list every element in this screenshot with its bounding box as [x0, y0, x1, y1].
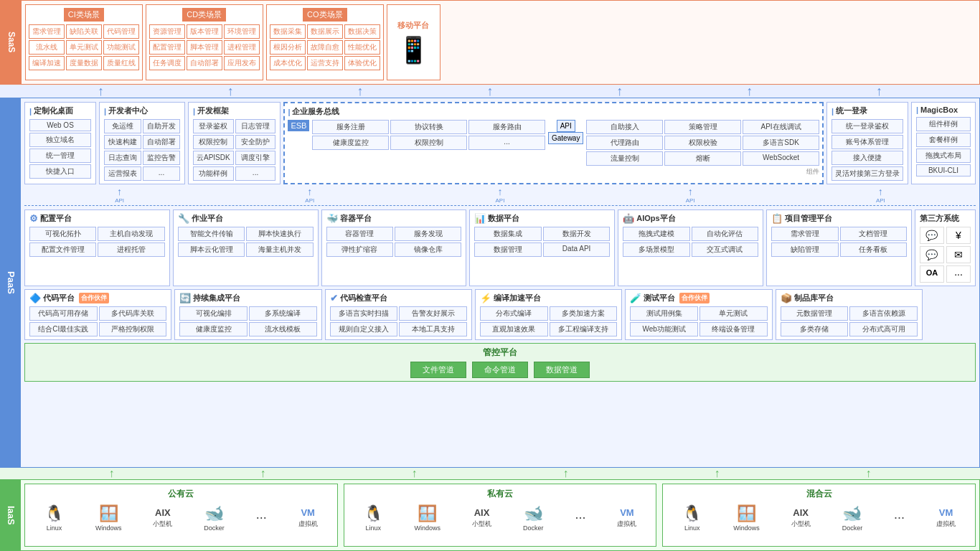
- arrow-1: ↑: [98, 84, 104, 99]
- aix-text-hyb: AIX: [793, 507, 809, 518]
- iaas-content: 公有云 🐧 Linux 🪟 Windows AIX 小型机: [21, 480, 979, 550]
- aiops-platform-title: 🤖 AIOps平台: [623, 213, 758, 224]
- mgmt-title: 管控平台: [28, 347, 972, 359]
- container-item-2: 服务发现: [395, 227, 461, 241]
- product-item-1: 元数据管理: [781, 306, 849, 321]
- vm-icon-hyb: VM 虚拟机: [936, 507, 956, 529]
- third-party-icons: 💬 ¥ 💬 ✉ OA ···: [920, 227, 971, 283]
- aiops-platform: 🤖 AIOps平台 拖拽式建模 自动化评估 多场景模型 交互式调试: [618, 209, 763, 286]
- test-partner-badge: 合作伙伴: [679, 293, 710, 303]
- data-icon: 📊: [474, 213, 486, 224]
- aix-text-pri: AIX: [474, 507, 490, 518]
- cd-item-4: 配置管理: [149, 40, 185, 55]
- compile-item-4: 多工程编译支持: [550, 322, 618, 336]
- more-dots-pub: ···: [256, 510, 267, 525]
- project-item-1: 需求管理: [771, 227, 838, 241]
- product-item-2: 多语言依赖源: [849, 306, 918, 321]
- saas-content: CI类场景 需求管理 缺陷关联 代码管理 流水线 单元测试 功能测试 编译加速 …: [22, 1, 979, 84]
- iaas-arrow-4: ↑: [563, 467, 569, 480]
- unify-item-2: 账号体系管理: [831, 135, 903, 149]
- esb-left-grid: 服务注册 协议转换 服务路由 健康度监控 权限控制 ...: [312, 120, 545, 150]
- code-check-platform: ✔ 代码检查平台 多语言实时扫描 告警友好展示 规则自定义接入 本地工具支持: [325, 289, 472, 340]
- mid-section-2: 🔷 代码平台 合作伙伴 代码高可用存储 多代码库关联 结合CI最佳实践 严格控制…: [24, 289, 976, 340]
- co-item-5: 故障自愈: [307, 40, 343, 55]
- test-icon: 🧪: [630, 293, 641, 303]
- arrow-4: ↑: [486, 84, 493, 99]
- compile-platform: ⚡ 编译加速平台 分布式编译 多类加速方案 直观加速效果 多工程编译支持: [475, 289, 622, 340]
- job-platform-title: 🔧 作业平台: [178, 213, 314, 224]
- paas-content: 定制化桌面 Web OS 独立域名 统一管理 快捷入口 开发者中心 免运维 自助…: [21, 98, 979, 467]
- code-platform-items: 代码高可用存储 多代码库关联 结合CI最佳实践 严格控制权限: [29, 306, 166, 336]
- cd-scenario-grid: 资源管理 版本管理 环境管理 配置管理 脚本管理 进程管理 任务调度 自动部署 …: [149, 24, 260, 70]
- more-icon-hyb: ···: [894, 510, 905, 527]
- linux-penguin-hyb: 🐧: [682, 504, 702, 523]
- ci-platform-title: 🔄 持续集成平台: [179, 293, 316, 303]
- api-gateway-section: API Gateway: [548, 120, 583, 144]
- config-item-1: 可视化拓扑: [29, 227, 96, 241]
- windows-win-pri: 🪟: [418, 504, 437, 523]
- project-platform: 📋 项目管理平台 需求管理 文档管理 缺陷管理 任务看板: [766, 209, 912, 286]
- project-item-3: 缺陷管理: [771, 242, 838, 257]
- aix-icon-hyb: AIX 小型机: [791, 507, 811, 529]
- saas-layer: SaaS CI类场景 需求管理 缺陷关联 代码管理 流水线 单元测试 功能测试 …: [0, 0, 980, 85]
- job-platform: 🔧 作业平台 智能文件传输 脚本快速执行 脚本云化管理 海量主机并发: [173, 209, 319, 286]
- code-item-4: 严格控制权限: [99, 322, 167, 336]
- ci-scenario-label: CI类场景: [64, 8, 104, 22]
- code-check-items: 多语言实时扫描 告警友好展示 规则自定义接入 本地工具支持: [330, 306, 467, 336]
- config-item-2: 主机自动发现: [98, 227, 164, 241]
- esb-item-5: 权限控制: [390, 136, 467, 150]
- dev-center-item-1: 免运维: [104, 119, 141, 133]
- framework-item-1: 登录鉴权: [193, 119, 234, 133]
- ci-item-5: 单元测试: [66, 40, 102, 55]
- config-platform-items: 可视化拓扑 主机自动发现 配置文件管理 进程托管: [29, 227, 165, 257]
- hybrid-cloud: 混合云 🐧 Linux 🪟 Windows AIX 小型机: [662, 484, 976, 547]
- unify-login-title: 统一登录: [831, 105, 903, 116]
- test-item-4: 终端设备管理: [699, 322, 768, 336]
- esb-right-grid: 自助接入 策略管理 API在线调试 代理路由 权限校验 多语言SDK 流量控制 …: [586, 120, 819, 166]
- ci-plat-item-1: 可视化编排: [179, 306, 248, 321]
- cd-scenario-label: CD类场景: [182, 8, 226, 22]
- cc-item-4: 本地工具支持: [399, 322, 467, 336]
- ci-platform: 🔄 持续集成平台 可视化编排 多系统编译 健康度监控 流水线模板: [174, 289, 321, 340]
- framework-item-4: 安全防护: [235, 135, 276, 149]
- dev-center-title: 开发者中心: [104, 105, 180, 116]
- test-platform: 🧪 测试平台 合作伙伴 测试用例集 单元测试 Web功能测试 终端设备管理: [625, 289, 772, 340]
- dev-framework: 开发框架 登录鉴权 日志管理 权限控制 安全防护 云APISDK 调度引擎 功能…: [188, 102, 281, 184]
- windows-win-hyb: 🪟: [737, 504, 756, 523]
- vm-text-hyb: VM: [939, 507, 953, 518]
- placeholder: [925, 289, 976, 340]
- customized-desktop-title: 定制化桌面: [29, 105, 91, 116]
- cd-item-9: 应用发布: [224, 56, 260, 70]
- cc-item-1: 多语言实时扫描: [330, 306, 398, 321]
- arrow-7: ↑: [876, 84, 882, 99]
- dev-center-item-6: 监控告警: [143, 151, 180, 165]
- iaas-layer: IaaS 公有云 🐧 Linux 🪟 Windows AIX: [0, 479, 980, 551]
- docker-whale-hyb: 🐋: [842, 504, 862, 523]
- dev-center: 开发者中心 免运维 自助开发 快速构建 自动部署 日志查询 监控告警 运营报表 …: [99, 102, 185, 184]
- api-arrow-5: ↑ API: [876, 186, 885, 204]
- arrow-5: ↑: [616, 84, 623, 99]
- private-cloud-title: 私有云: [348, 488, 653, 500]
- docker-icon-pri: 🐋 Docker: [523, 504, 544, 532]
- paas-iaas-arrows: ↑ ↑ ↑ ↑ ↑ ↑: [0, 468, 980, 479]
- arrow-2: ↑: [227, 84, 234, 99]
- test-platform-title: 🧪 测试平台 合作伙伴: [630, 293, 767, 303]
- ci-item-7: 编译加速: [29, 56, 65, 70]
- tp-yuan-icon: ¥: [946, 227, 971, 244]
- framework-item-2: 日志管理: [235, 119, 276, 133]
- ci-platform-items: 可视化编排 多系统编译 健康度监控 流水线模板: [179, 306, 316, 336]
- data-item-3: 数据管理: [474, 242, 541, 257]
- job-item-3: 脚本云化管理: [178, 242, 245, 257]
- job-item-4: 海量主机并发: [246, 242, 313, 257]
- data-item-1: 数据集成: [474, 227, 541, 241]
- windows-icon-pub: 🪟 Windows: [95, 504, 122, 532]
- product-platform: 📦 制品库平台 元数据管理 多语言依赖源 多类存储 分布式高可用: [776, 289, 923, 340]
- aix-text-pub: AIX: [155, 507, 171, 518]
- dev-framework-title: 开发框架: [193, 105, 275, 116]
- private-cloud-icons: 🐧 Linux 🪟 Windows AIX 小型机 🐋 Docker: [348, 504, 653, 532]
- ci-item-2: 缺陷关联: [66, 24, 102, 39]
- tp-wechat-icon: 💬: [920, 227, 944, 244]
- compile-item-1: 分布式编译: [480, 306, 548, 321]
- product-platform-title: 📦 制品库平台: [781, 293, 918, 303]
- ci-plat-item-4: 流水线模板: [249, 322, 317, 336]
